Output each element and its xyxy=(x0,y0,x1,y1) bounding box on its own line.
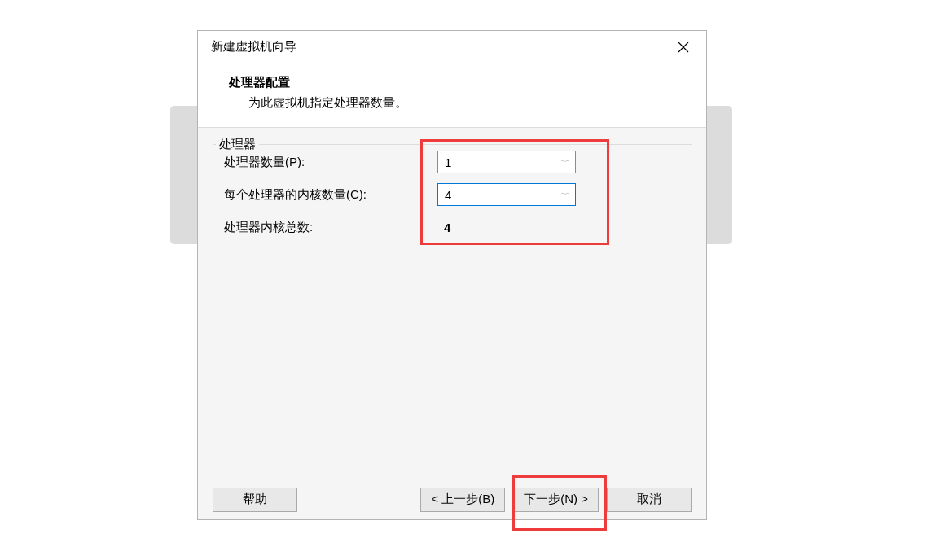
processor-fieldset: 处理器 处理器数量(P): 1 〉 每个处理器的内核数量(C): 4 〉 处理器… xyxy=(213,138,692,258)
processor-count-label: 处理器数量(P): xyxy=(224,155,437,170)
processor-count-value: 1 xyxy=(445,155,560,169)
next-button[interactable]: 下一步(N) > xyxy=(513,488,599,512)
cores-per-processor-value: 4 xyxy=(445,188,560,202)
close-button[interactable] xyxy=(672,36,695,59)
total-cores-label: 处理器内核总数: xyxy=(224,220,437,235)
back-button[interactable]: < 上一步(B) xyxy=(420,488,505,512)
titlebar: 新建虚拟机向导 xyxy=(198,31,706,63)
header-subtitle: 为此虚拟机指定处理器数量。 xyxy=(229,95,675,111)
chevron-down-icon: 〉 xyxy=(559,160,570,165)
footer: 帮助 < 上一步(B) 下一步(N) > 取消 xyxy=(198,479,706,519)
fieldset-legend: 处理器 xyxy=(216,137,259,152)
wizard-dialog: 新建虚拟机向导 处理器配置 为此虚拟机指定处理器数量。 处理器 处理器数量(P)… xyxy=(197,30,707,520)
cores-per-processor-label: 每个处理器的内核数量(C): xyxy=(224,187,437,203)
total-cores-row: 处理器内核总数: 4 xyxy=(224,216,680,238)
chevron-down-icon: 〉 xyxy=(559,192,570,198)
processor-count-dropdown[interactable]: 1 〉 xyxy=(437,151,576,173)
dialog-title: 新建虚拟机向导 xyxy=(211,39,296,55)
total-cores-value: 4 xyxy=(437,221,450,234)
cancel-button[interactable]: 取消 xyxy=(607,488,692,512)
fieldset-border xyxy=(213,144,692,145)
processor-count-row: 处理器数量(P): 1 〉 xyxy=(224,151,680,173)
cores-per-processor-row: 每个处理器的内核数量(C): 4 〉 xyxy=(224,183,680,206)
close-icon xyxy=(678,42,689,53)
content-area: 处理器 处理器数量(P): 1 〉 每个处理器的内核数量(C): 4 〉 处理器… xyxy=(198,127,706,479)
help-button[interactable]: 帮助 xyxy=(213,488,297,512)
header-section: 处理器配置 为此虚拟机指定处理器数量。 xyxy=(198,63,706,127)
cores-per-processor-dropdown[interactable]: 4 〉 xyxy=(437,183,576,206)
header-title: 处理器配置 xyxy=(229,75,675,90)
